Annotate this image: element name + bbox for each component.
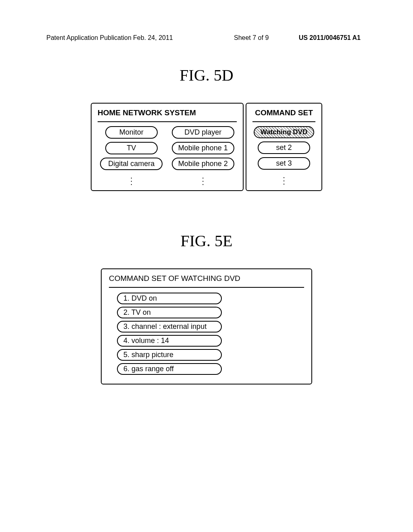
command-set-2[interactable]: set 2 — [258, 141, 310, 154]
header-pub-number: US 2011/0046751 A1 — [299, 34, 361, 42]
device-dvd-player[interactable]: DVD player — [172, 126, 234, 139]
device-mobile-phone-1[interactable]: Mobile phone 1 — [172, 142, 234, 154]
command-volume-14[interactable]: 4. volume : 14 — [117, 335, 222, 347]
header-publication-label: Patent Application Publication — [46, 34, 131, 42]
command-gas-range-off[interactable]: 6. gas range off — [117, 363, 222, 375]
command-set-panel: COMMAND SET Watching DVD set 2 set 3 ··· — [246, 103, 322, 191]
device-digital-camera[interactable]: Digital camera — [100, 158, 163, 170]
watching-dvd-title: COMMAND SET OF WATCHING DVD — [109, 274, 304, 288]
command-tv-on[interactable]: 2. TV on — [117, 307, 222, 318]
command-channel-external[interactable]: 3. channel : external input — [117, 321, 222, 332]
header-date: Feb. 24, 2011 — [133, 34, 173, 42]
command-set-3[interactable]: set 3 — [258, 157, 310, 170]
device-tv[interactable]: TV — [105, 142, 158, 154]
device-monitor[interactable]: Monitor — [105, 126, 158, 139]
device-mobile-phone-2[interactable]: Mobile phone 2 — [172, 158, 234, 170]
home-network-panel: HOME NETWORK SYSTEM Monitor TV Digital c… — [91, 103, 244, 191]
vertical-dots-icon: ··· — [202, 176, 204, 185]
header-sheet: Sheet 7 of 9 — [234, 34, 269, 42]
device-column-1: Monitor TV Digital camera ··· — [98, 126, 165, 185]
figure-5e-title: FIG. 5E — [0, 231, 413, 250]
device-grid: Monitor TV Digital camera ··· DVD player… — [98, 126, 237, 185]
watching-dvd-panel: COMMAND SET OF WATCHING DVD 1. DVD on 2.… — [101, 268, 312, 384]
vertical-dots-icon: ··· — [130, 176, 133, 185]
command-dvd-on[interactable]: 1. DVD on — [117, 293, 222, 304]
figure-5d-container: HOME NETWORK SYSTEM Monitor TV Digital c… — [91, 103, 322, 191]
command-list: 1. DVD on 2. TV on 3. channel : external… — [109, 293, 304, 375]
figure-5e-container: COMMAND SET OF WATCHING DVD 1. DVD on 2.… — [101, 268, 312, 384]
page-header: Patent Application Publication Feb. 24, … — [0, 0, 413, 50]
command-set-title: COMMAND SET — [252, 108, 315, 122]
device-column-2: DVD player Mobile phone 1 Mobile phone 2… — [169, 126, 237, 185]
command-set-watching-dvd[interactable]: Watching DVD — [254, 126, 314, 138]
command-sharp-picture[interactable]: 5. sharp picture — [117, 349, 222, 361]
figure-5d-title: FIG. 5D — [0, 66, 413, 85]
command-set-list: Watching DVD set 2 set 3 ··· — [252, 126, 315, 185]
home-network-title: HOME NETWORK SYSTEM — [98, 108, 237, 122]
vertical-dots-icon: ··· — [283, 175, 285, 185]
